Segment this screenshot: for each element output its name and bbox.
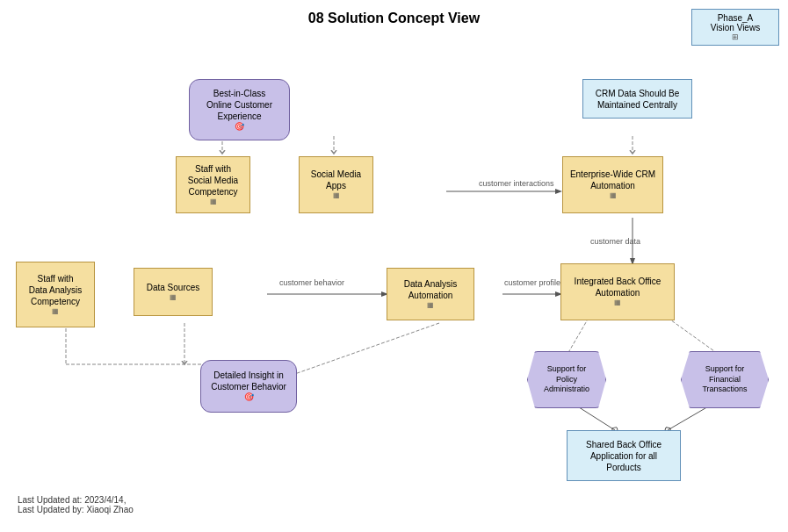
phase-box: Phase_A Vision Views ⊞	[691, 9, 779, 46]
node-label: Best-in-ClassOnline CustomerExperience	[206, 88, 272, 122]
node-enterprise-crm: Enterprise-Wide CRMAutomation ▦	[562, 156, 663, 213]
node-label: Detailed Insight inCustomer Behavior	[211, 370, 286, 392]
phase-line2: Vision Views	[699, 23, 771, 32]
phase-line1: Phase_A	[699, 13, 771, 23]
svg-line-12	[668, 318, 720, 356]
node-support-policy: Support forPolicyAdministratio	[527, 351, 606, 408]
node-label: Social MediaApps	[311, 169, 361, 191]
svg-line-10	[272, 323, 439, 382]
node-integrated-back: Integrated Back OfficeAutomation ▦	[560, 263, 675, 320]
node-label: Data AnalysisAutomation	[404, 278, 458, 301]
node-data-sources: Data Sources ▦	[134, 268, 213, 316]
canvas: 08 Solution Concept View Phase_A Vision …	[0, 0, 788, 532]
footer-line1: Last Updated at: 2023/4/14,	[18, 495, 134, 505]
node-social-media-apps: Social MediaApps ▦	[299, 156, 373, 213]
node-label: Support forPolicyAdministratio	[544, 364, 589, 395]
edge-label-customer-interactions: customer interactions	[479, 179, 554, 188]
footer: Last Updated at: 2023/4/14, Last Updated…	[18, 495, 134, 514]
node-label: Enterprise-Wide CRMAutomation	[570, 169, 655, 191]
footer-line2: Last Updated by: Xiaoqi Zhao	[18, 505, 134, 514]
page-title: 08 Solution Concept View	[308, 11, 480, 26]
node-label: Staff withSocial MediaCompetency	[188, 163, 238, 198]
node-data-analysis: Data AnalysisAutomation ▦	[387, 268, 474, 320]
node-staff-data: Staff withData AnalysisCompetency ▦	[16, 262, 95, 327]
node-staff-social: Staff withSocial MediaCompetency ▦	[176, 156, 250, 213]
node-label: CRM Data Should BeMaintained Centrally	[596, 88, 680, 111]
edge-label-customer-profiles: customer profiles	[504, 278, 565, 287]
node-label: Integrated Back OfficeAutomation	[575, 276, 661, 298]
node-support-financial: Support forFinancialTransactions	[681, 351, 769, 408]
node-label: Support forFinancialTransactions	[702, 364, 747, 395]
node-crm-data: CRM Data Should BeMaintained Centrally	[582, 79, 692, 119]
edge-label-customer-data: customer data	[590, 237, 640, 246]
edge-label-customer-behavior: customer behavior	[279, 278, 344, 287]
node-label: Shared Back OfficeApplication for allPor…	[586, 439, 661, 473]
node-best-in-class: Best-in-ClassOnline CustomerExperience 🎯	[189, 79, 290, 140]
node-label: Data Sources	[147, 282, 200, 293]
node-detailed-insight: Detailed Insight inCustomer Behavior 🎯	[200, 360, 297, 413]
node-label: Staff withData AnalysisCompetency	[29, 273, 83, 307]
node-shared-back-office: Shared Back OfficeApplication for allPor…	[567, 430, 681, 481]
svg-line-11	[567, 318, 589, 356]
